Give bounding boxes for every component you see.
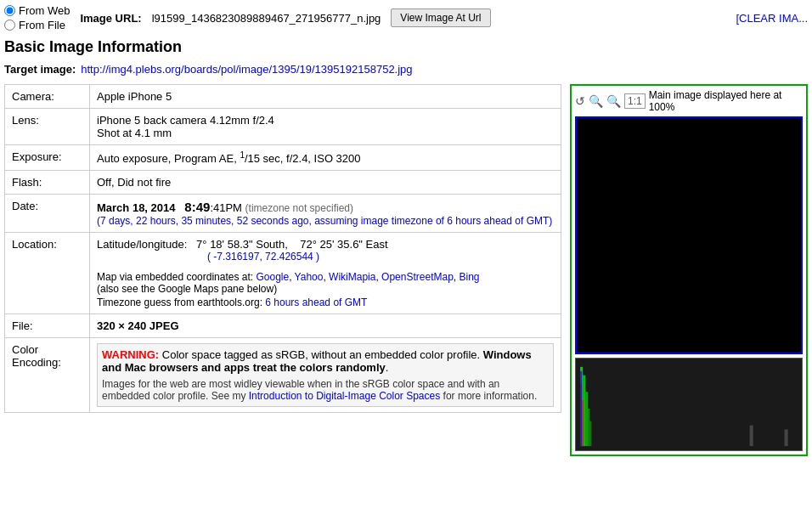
camera-label: Camera:: [5, 85, 90, 109]
info-table: Camera: Apple iPhone 5 Lens: iPhone 5 ba…: [4, 84, 561, 413]
top-bar-left: From Web From File Image URL: l91599_143…: [4, 4, 491, 31]
location-value: Latitude/longitude: 7° 18' 58.3" South, …: [90, 233, 561, 314]
location-coords: ( -7.316197, 72.426544 ): [207, 251, 554, 263]
right-panel: ↺ 🔍 🔍 1:1 Main image displayed here at 1…: [570, 84, 808, 456]
date-label: Date:: [5, 195, 90, 233]
svg-rect-2: [585, 392, 588, 446]
left-panel: Camera: Apple iPhone 5 Lens: iPhone 5 ba…: [4, 84, 561, 456]
table-row: Exposure: Auto exposure, Program AE, 1/1…: [5, 145, 561, 171]
map-wikimapia-link[interactable]: WikiMapia: [329, 271, 375, 283]
table-row: File: 320 × 240 JPEG: [5, 314, 561, 338]
table-row: Date: March 18, 2014 8:49:41PM (timezone…: [5, 195, 561, 233]
right-panel-header-text: Main image displayed here at 100%: [649, 89, 803, 113]
date-timezone: (timezone not specified): [245, 202, 353, 214]
table-row: Camera: Apple iPhone 5: [5, 85, 561, 109]
radio-web-label: From Web: [19, 4, 70, 17]
warning-box: WARNING: Color space tagged as sRGB, wit…: [97, 343, 554, 407]
lens-value: iPhone 5 back camera 4.12mm f/2.4 Shot a…: [90, 109, 561, 145]
location-map-note: (also see the Google Maps pane below): [97, 283, 554, 295]
camera-value: Apple iPhone 5: [90, 85, 561, 109]
exposure-value: Auto exposure, Program AE, 1/15 sec, f/2…: [90, 145, 561, 171]
table-row: ColorEncoding: WARNING: Color space tagg…: [5, 338, 561, 413]
file-label: File:: [5, 314, 90, 338]
actual-size-icon[interactable]: 1:1: [624, 93, 646, 109]
exposure-sup: 1: [240, 150, 245, 160]
view-image-button[interactable]: View Image At Url: [391, 8, 490, 27]
radio-file-label: From File: [19, 19, 65, 31]
warning-body: Color space tagged as sRGB, without an e…: [102, 348, 532, 374]
warning-text: WARNING: Color space tagged as sRGB, wit…: [102, 348, 549, 374]
zoom-in-icon[interactable]: 🔍: [606, 94, 621, 108]
location-timezone-note: Timezone guess from earthtools.org: 6 ho…: [97, 297, 554, 308]
lens-line2: Shot at 4.1 mm: [97, 127, 172, 139]
svg-rect-9: [785, 429, 788, 446]
color-encoding-value: WARNING: Color space tagged as sRGB, wit…: [90, 338, 561, 413]
right-panel-header: ↺ 🔍 🔍 1:1 Main image displayed here at 1…: [575, 89, 803, 113]
timezone-link[interactable]: 6 hours ahead of GMT: [265, 297, 367, 308]
exposure-label: Exposure:: [5, 145, 90, 171]
section-title: Basic Image Information: [4, 38, 808, 56]
map-google-link[interactable]: Google: [256, 271, 289, 283]
warning-bold: Windows and Mac browsers and apps treat …: [102, 348, 532, 374]
table-row: Lens: iPhone 5 back camera 4.12mm f/2.4 …: [5, 109, 561, 145]
warning-label: WARNING:: [102, 348, 159, 361]
date-time-rest: :41PM: [210, 201, 242, 214]
date-value: March 18, 2014 8:49:41PM (timezone not s…: [90, 195, 561, 233]
clear-image-link[interactable]: [CLEAR IMA...: [736, 12, 808, 25]
map-osm-link[interactable]: OpenStreetMap: [381, 271, 454, 283]
date-main: March 18, 2014 8:49: [97, 201, 210, 214]
lens-line1: iPhone 5 back camera 4.12mm f/2.4: [97, 114, 274, 127]
radio-file-input[interactable]: [4, 20, 15, 31]
zoom-out-icon[interactable]: 🔍: [589, 94, 603, 108]
date-subtext: (7 days, 22 hours, 35 minutes, 52 second…: [97, 215, 552, 227]
color-spaces-link[interactable]: Introduction to Digital-Image Color Spac…: [249, 390, 440, 402]
svg-rect-3: [588, 409, 589, 446]
location-latlon: Latitude/longitude: 7° 18' 58.3" South, …: [97, 238, 554, 251]
warning-inner: Images for the web are most widley viewa…: [102, 378, 549, 402]
map-yahoo-link[interactable]: Yahoo: [295, 271, 324, 283]
file-value: 320 × 240 JPEG: [90, 314, 561, 338]
radio-group: From Web From File: [4, 4, 70, 31]
image-url-label: Image URL:: [80, 12, 141, 25]
location-map: Map via embedded coordinates at: Google,…: [97, 271, 554, 283]
image-url-value: l91599_1436823089889467_271956777_n.jpg: [152, 12, 381, 25]
histogram-svg: [576, 359, 802, 450]
target-url-link[interactable]: http://img4.plebs.org/boards/pol/image/1…: [81, 63, 412, 76]
target-label: Target image:: [4, 63, 76, 76]
main-layout: Camera: Apple iPhone 5 Lens: iPhone 5 ba…: [4, 84, 808, 456]
flash-value: Off, Did not fire: [90, 171, 561, 195]
table-row: Flash: Off, Did not fire: [5, 171, 561, 195]
top-bar: From Web From File Image URL: l91599_143…: [4, 4, 808, 31]
histogram-area: [575, 358, 803, 451]
color-encoding-label: ColorEncoding:: [5, 338, 90, 413]
svg-rect-4: [589, 421, 591, 446]
latlon-label: Latitude/longitude: 7° 18' 58.3" South, …: [97, 238, 388, 251]
refresh-icon[interactable]: ↺: [575, 94, 585, 108]
flash-label: Flash:: [5, 171, 90, 195]
right-panel-inner: ↺ 🔍 🔍 1:1 Main image displayed here at 1…: [570, 84, 808, 456]
radio-file[interactable]: From File: [4, 19, 70, 31]
svg-rect-7: [580, 371, 582, 446]
table-row: Location: Latitude/longitude: 7° 18' 58.…: [5, 233, 561, 314]
radio-web[interactable]: From Web: [4, 4, 70, 17]
main-image-area: [575, 116, 803, 354]
target-image-row: Target image: http://img4.plebs.org/boar…: [4, 63, 808, 76]
svg-rect-8: [750, 426, 753, 447]
radio-web-input[interactable]: [4, 5, 15, 16]
map-bing-link[interactable]: Bing: [460, 271, 480, 283]
location-label: Location:: [5, 233, 90, 314]
lens-label: Lens:: [5, 109, 90, 145]
svg-rect-6: [582, 400, 584, 446]
